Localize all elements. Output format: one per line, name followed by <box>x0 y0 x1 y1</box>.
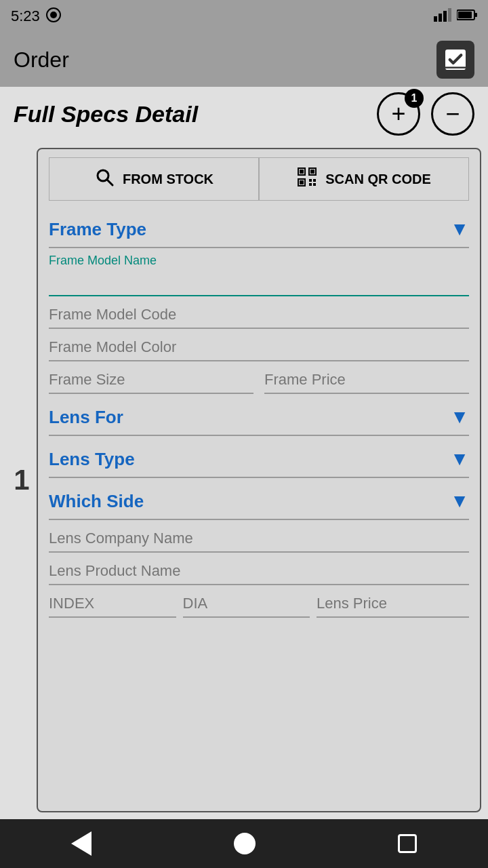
recents-icon <box>398 834 417 853</box>
battery-icon <box>457 9 477 24</box>
header-actions: + 1 − <box>377 92 474 136</box>
lens-for-label: Lens For <box>49 407 123 428</box>
which-side-dropdown[interactable]: Which Side ▼ <box>49 484 469 520</box>
frame-model-code-field <box>49 302 469 329</box>
svg-rect-21 <box>309 183 312 186</box>
svg-point-1 <box>50 12 57 18</box>
frame-model-color-input[interactable] <box>49 334 469 361</box>
from-stock-label: FROM STOCK <box>123 172 214 187</box>
dia-input[interactable] <box>183 591 310 618</box>
page-title: Full Specs Detail <box>14 101 198 127</box>
svg-rect-18 <box>300 180 304 184</box>
svg-rect-19 <box>309 179 312 182</box>
status-bar: 5:23 <box>0 0 488 33</box>
back-button[interactable] <box>71 831 92 856</box>
spec-index: 1 <box>7 148 37 812</box>
main-content: 1 FROM STOCK <box>0 141 488 819</box>
plus-icon: + <box>391 102 405 126</box>
frame-price-field <box>264 367 469 394</box>
lens-type-arrow-icon: ▼ <box>450 448 469 470</box>
checklist-icon[interactable] <box>436 41 474 79</box>
home-button[interactable] <box>234 833 256 854</box>
svg-rect-2 <box>434 16 437 22</box>
svg-rect-5 <box>448 8 451 22</box>
spec-form-card: FROM STOCK <box>37 148 481 812</box>
frame-type-label: Frame Type <box>49 219 146 240</box>
add-spec-button[interactable]: + 1 <box>377 92 420 136</box>
home-icon <box>234 833 256 854</box>
lens-type-dropdown[interactable]: Lens Type ▼ <box>49 441 469 478</box>
svg-rect-3 <box>439 14 442 22</box>
remove-spec-button[interactable]: − <box>431 92 474 136</box>
frame-model-name-field: Frame Model Name <box>49 254 469 296</box>
page-header: Full Specs Detail + 1 − <box>0 87 488 141</box>
which-side-label: Which Side <box>49 491 144 512</box>
lens-product-name-field <box>49 558 469 585</box>
status-time: 5:23 <box>11 7 40 25</box>
qr-icon <box>297 167 317 192</box>
signal-icon <box>45 7 62 26</box>
lens-for-dropdown[interactable]: Lens For ▼ <box>49 399 469 436</box>
app-bar: Order <box>0 33 488 87</box>
svg-line-12 <box>107 180 113 185</box>
index-field <box>49 591 176 618</box>
lens-company-name-field <box>49 526 469 553</box>
search-icon <box>94 167 115 192</box>
lens-price-field <box>317 591 469 618</box>
frame-price-input[interactable] <box>264 367 469 394</box>
signal-bars-icon <box>434 8 453 24</box>
svg-rect-8 <box>458 12 472 18</box>
svg-rect-4 <box>443 11 447 22</box>
back-icon <box>71 831 92 856</box>
status-bar-left: 5:23 <box>11 7 62 26</box>
lens-for-arrow-icon: ▼ <box>450 406 469 428</box>
which-side-arrow-icon: ▼ <box>450 490 469 512</box>
lens-company-name-input[interactable] <box>49 526 469 553</box>
index-input[interactable] <box>49 591 176 618</box>
status-bar-right <box>434 8 477 24</box>
frame-type-arrow-icon: ▼ <box>450 218 469 240</box>
minus-icon: − <box>445 102 460 126</box>
lens-product-name-input[interactable] <box>49 558 469 585</box>
frame-type-dropdown[interactable]: Frame Type ▼ <box>49 212 469 248</box>
svg-rect-16 <box>310 170 314 174</box>
dia-field <box>183 591 310 618</box>
lens-price-input[interactable] <box>317 591 469 618</box>
svg-rect-20 <box>313 179 316 182</box>
app-bar-title: Order <box>14 47 69 73</box>
svg-rect-14 <box>300 170 304 174</box>
frame-size-input[interactable] <box>49 367 253 394</box>
frame-size-price-row <box>49 367 469 394</box>
recents-button[interactable] <box>398 834 417 853</box>
add-badge: 1 <box>405 89 424 108</box>
frame-model-code-input[interactable] <box>49 302 469 329</box>
stock-row: FROM STOCK <box>49 157 469 201</box>
frame-model-color-field <box>49 334 469 361</box>
frame-model-name-label: Frame Model Name <box>49 254 469 268</box>
from-stock-button[interactable]: FROM STOCK <box>49 157 259 201</box>
svg-rect-22 <box>313 183 316 186</box>
bottom-nav <box>0 819 488 868</box>
lens-type-label: Lens Type <box>49 449 135 470</box>
scan-qr-label: SCAN QR CODE <box>325 172 431 187</box>
frame-size-field <box>49 367 253 394</box>
index-dia-price-row <box>49 591 469 618</box>
scan-qr-button[interactable]: SCAN QR CODE <box>259 157 469 201</box>
svg-rect-7 <box>474 13 477 17</box>
frame-model-name-input[interactable] <box>49 269 469 296</box>
